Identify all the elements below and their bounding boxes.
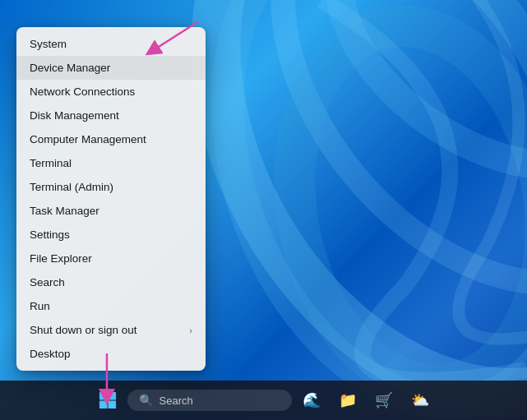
menu-item-system[interactable]: System: [16, 32, 206, 56]
menu-item-task-manager[interactable]: Task Manager: [16, 199, 206, 223]
svg-point-1: [164, 0, 527, 420]
menu-item-label-computer-management: Computer Management: [30, 133, 146, 145]
menu-item-desktop[interactable]: Desktop: [16, 342, 206, 366]
menu-item-label-shut-down: Shut down or sign out: [30, 324, 137, 336]
menu-item-label-search: Search: [30, 276, 65, 288]
chevron-right-icon: ›: [189, 325, 192, 335]
menu-item-label-desktop: Desktop: [30, 348, 71, 360]
menu-item-label-task-manager: Task Manager: [30, 205, 99, 217]
menu-item-label-terminal-admin: Terminal (Admin): [30, 181, 113, 193]
menu-item-label-device-manager: Device Manager: [30, 62, 110, 74]
svg-rect-9: [99, 392, 107, 400]
menu-item-shut-down[interactable]: Shut down or sign out›: [16, 318, 206, 342]
svg-point-2: [208, 0, 527, 353]
menu-item-label-system: System: [30, 38, 67, 50]
menu-item-label-run: Run: [30, 300, 50, 312]
start-button[interactable]: [91, 384, 124, 417]
wallpaper-decoration: [157, 0, 527, 420]
taskbar-search[interactable]: 🔍 Search: [127, 390, 292, 411]
svg-point-0: [157, 0, 527, 420]
menu-item-settings[interactable]: Settings: [16, 223, 206, 247]
menu-item-disk-management[interactable]: Disk Management: [16, 104, 206, 127]
search-icon: 🔍: [139, 394, 153, 407]
menu-item-file-explorer[interactable]: File Explorer: [16, 247, 206, 270]
menu-item-device-manager[interactable]: Device Manager: [16, 56, 206, 80]
taskbar-icon-globe[interactable]: 🌊: [295, 384, 328, 417]
svg-rect-11: [99, 400, 107, 408]
menu-item-terminal-admin[interactable]: Terminal (Admin): [16, 175, 206, 199]
weather-icon: ⛅: [411, 391, 429, 409]
desktop: SystemDevice ManagerNetwork ConnectionsD…: [0, 0, 527, 420]
menu-item-label-settings: Settings: [30, 228, 70, 241]
menu-item-label-file-explorer: File Explorer: [30, 252, 92, 265]
taskbar-icon-files[interactable]: 📁: [331, 384, 364, 417]
taskbar-icon-store[interactable]: 🛒: [368, 384, 400, 417]
menu-item-computer-management[interactable]: Computer Management: [16, 127, 206, 151]
svg-rect-12: [108, 400, 116, 408]
store-icon: 🛒: [375, 391, 393, 409]
menu-item-label-terminal: Terminal: [30, 157, 72, 169]
svg-point-4: [294, 0, 527, 216]
svg-point-3: [267, 6, 527, 404]
context-menu: SystemDevice ManagerNetwork ConnectionsD…: [16, 27, 206, 371]
windows-logo-icon: [99, 391, 117, 409]
menu-item-label-disk-management: Disk Management: [30, 109, 119, 122]
taskbar: 🔍 Search 🌊 📁 🛒 ⛅: [0, 381, 527, 420]
taskbar-search-label: Search: [159, 395, 193, 407]
taskbar-icon-weather[interactable]: ⛅: [404, 384, 437, 417]
menu-item-run[interactable]: Run: [16, 294, 206, 318]
globe-icon: 🌊: [303, 391, 321, 409]
menu-item-label-network-connections: Network Connections: [30, 85, 135, 98]
menu-item-terminal[interactable]: Terminal: [16, 151, 206, 175]
menu-item-search[interactable]: Search: [16, 270, 206, 294]
files-icon: 📁: [339, 391, 357, 409]
menu-item-network-connections[interactable]: Network Connections: [16, 80, 206, 104]
svg-rect-10: [108, 392, 116, 400]
